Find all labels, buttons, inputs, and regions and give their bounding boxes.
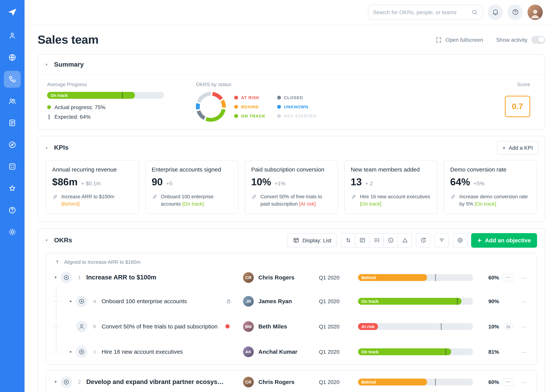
score-block: Score 0.7	[505, 82, 536, 122]
sidebar-item-favorites[interactable]	[4, 180, 21, 197]
objective-title[interactable]: Develop and expand vibrant partner ecosy…	[86, 378, 225, 385]
focus-button[interactable]	[453, 233, 467, 247]
collapse-objective-icon[interactable]: ▾	[51, 275, 60, 280]
search-input[interactable]	[373, 9, 471, 15]
kpi-linked-objective[interactable]: Increase ARR to $100m [Behind]	[61, 193, 132, 208]
legend-unknown: UNKNOWN	[284, 105, 308, 109]
open-fullscreen-button[interactable]: Open fullscreen	[436, 36, 483, 43]
info-button[interactable]	[384, 233, 398, 247]
kpi-linked-objective[interactable]: Increase demo conversion rate by 5% [On …	[459, 193, 530, 208]
person-icon	[529, 7, 542, 20]
objective-row[interactable]: ▾ 1 Increase ARR to $100m CR Chris Roger…	[46, 266, 537, 288]
trend-dash: —	[517, 379, 531, 385]
collapse-summary-icon[interactable]: ▾	[46, 63, 50, 67]
sidebar-item-help[interactable]	[4, 202, 21, 219]
collapse-kpis-icon[interactable]: ▾	[46, 146, 50, 150]
owner-cell[interactable]: JR James Ryan	[243, 296, 319, 307]
score-label: Score	[517, 82, 530, 87]
documents-icon	[8, 119, 16, 127]
progress-percent: 60%	[478, 274, 499, 280]
profile-icon	[8, 31, 16, 40]
keyresult-owner-icon	[76, 321, 87, 332]
owner-avatar: CR	[243, 272, 254, 283]
progress-percent: 60%	[478, 379, 499, 385]
kpi-card-demo-conversion[interactable]: Demo conversion rate 64%+5% Increase dem…	[444, 160, 537, 214]
sort-button[interactable]	[341, 233, 356, 247]
owner-cell[interactable]: CR Chris Rogers	[243, 272, 319, 283]
timeframe: Q1 2020	[319, 298, 358, 304]
sidebar-item-documents[interactable]	[4, 114, 21, 131]
display-mode-button[interactable]: Display: List	[287, 233, 337, 247]
okrs-card: ▾ OKRs Display: List	[37, 228, 545, 392]
objective-row[interactable]: ▾ 2 Develop and expand vibrant partner e…	[46, 370, 537, 392]
keyresult-title[interactable]: Onboard 100 enterprise accounts	[102, 298, 225, 304]
sidebar-item-explore[interactable]	[4, 136, 21, 153]
question-icon	[512, 8, 519, 16]
progress-bar: On track	[358, 348, 473, 355]
objective-title[interactable]: Increase ARR to $100m	[86, 274, 225, 281]
keyresult-row[interactable]: ▸ c Hire 16 new account executives AK An…	[46, 339, 537, 364]
app-logo-icon[interactable]	[4, 4, 21, 21]
sidebar-item-globe[interactable]	[4, 49, 21, 66]
link-icon	[450, 194, 456, 200]
keyresult-letter: b	[91, 323, 99, 329]
owner-cell[interactable]: CR Chris Rogers	[243, 377, 319, 387]
keyresult-title[interactable]: Hire 16 new account executives	[102, 348, 225, 355]
kpi-link-status: [On track]	[182, 201, 204, 207]
help-button[interactable]	[508, 4, 523, 20]
aligned-to-label[interactable]: Aligned to Increase ARR to $165m	[64, 259, 140, 265]
show-activity-toggle[interactable]	[531, 36, 545, 44]
main-area: Sales team Open fullscreen Show activity…	[25, 0, 552, 392]
collapse-objective-icon[interactable]: ▾	[51, 379, 60, 384]
owner-cell[interactable]: BM Beth Miles	[243, 321, 319, 332]
sidebar-item-apps[interactable]	[4, 158, 21, 175]
search-icon	[471, 9, 478, 15]
sidebar-item-team-structure[interactable]	[4, 71, 21, 88]
user-avatar[interactable]	[527, 4, 543, 20]
collapse-okrs-icon[interactable]: ▾	[46, 238, 50, 242]
expand-keyresult-icon[interactable]: ▸	[67, 349, 75, 354]
gear-icon	[8, 228, 16, 236]
alerts-button[interactable]	[398, 233, 412, 247]
kpi-link-text: Hire 16 new account executives	[360, 194, 430, 199]
kpi-linked-objective[interactable]: Onboard 100 enterprise accounts [On trac…	[161, 193, 232, 208]
progress-percent: 81%	[478, 349, 499, 355]
sidebar-item-profile[interactable]	[4, 27, 21, 44]
average-progress-label: Average Progress	[47, 82, 181, 87]
sidebar-item-people[interactable]	[4, 93, 21, 110]
owner-cell[interactable]: AK Anchal Kumar	[243, 346, 319, 357]
list-view-button[interactable]	[355, 233, 370, 247]
sidebar-item-settings[interactable]	[4, 224, 21, 240]
add-objective-button[interactable]: +Add an objective	[471, 233, 537, 247]
kpi-card-paid-conversion[interactable]: Paid subscription conversion 10%+1% Conv…	[245, 160, 338, 214]
add-kpi-button[interactable]: +Add a KPI	[497, 141, 538, 155]
kpi-value: $86m	[52, 176, 78, 188]
kpi-value: 13	[351, 176, 362, 188]
keyresult-title[interactable]: Convert 50% of free trials to paid subsc…	[102, 323, 225, 329]
kpi-delta: + 2	[365, 180, 373, 186]
triangle-icon	[402, 237, 408, 244]
progress-percent: 90%	[478, 298, 499, 304]
owner-name: Chris Rogers	[258, 274, 294, 280]
history-button[interactable]	[416, 233, 431, 247]
owner-avatar: BM	[243, 321, 254, 332]
at-risk-dot	[225, 324, 230, 329]
notifications-button[interactable]	[488, 4, 503, 20]
kpi-card-team-members[interactable]: New team members added 13+ 2 Hire 16 new…	[344, 160, 438, 214]
keyresult-row[interactable]: b Convert 50% of free trials to paid sub…	[46, 314, 537, 339]
compact-view-button[interactable]	[369, 233, 384, 247]
keyresult-row[interactable]: ▸ a Onboard 100 enterprise accounts JR J…	[46, 288, 537, 314]
expand-keyresult-icon[interactable]: ▸	[67, 299, 75, 304]
row-menu-button[interactable]: ⋯	[502, 273, 514, 281]
kpi-card-enterprise-accounts[interactable]: Enterprise accounts signed 90+5 Onboard …	[145, 160, 239, 214]
filter-button[interactable]	[435, 233, 449, 247]
okr-group-2: ▾ 2 Develop and expand vibrant partner e…	[46, 370, 537, 392]
kpi-card-arr[interactable]: Annual recurring revenue $86m+ $0.1m Inc…	[46, 160, 139, 214]
not-started-dot	[277, 114, 281, 118]
closed-dot	[277, 96, 281, 99]
row-menu-button[interactable]: ⋯	[502, 378, 514, 386]
kpi-linked-objective[interactable]: Convert 50% of free trials to paid subsc…	[260, 193, 331, 208]
kpi-linked-objective[interactable]: Hire 16 new account executives [On track…	[360, 193, 431, 208]
score-value: 0.7	[505, 96, 530, 117]
trend-dash: —	[517, 298, 531, 304]
